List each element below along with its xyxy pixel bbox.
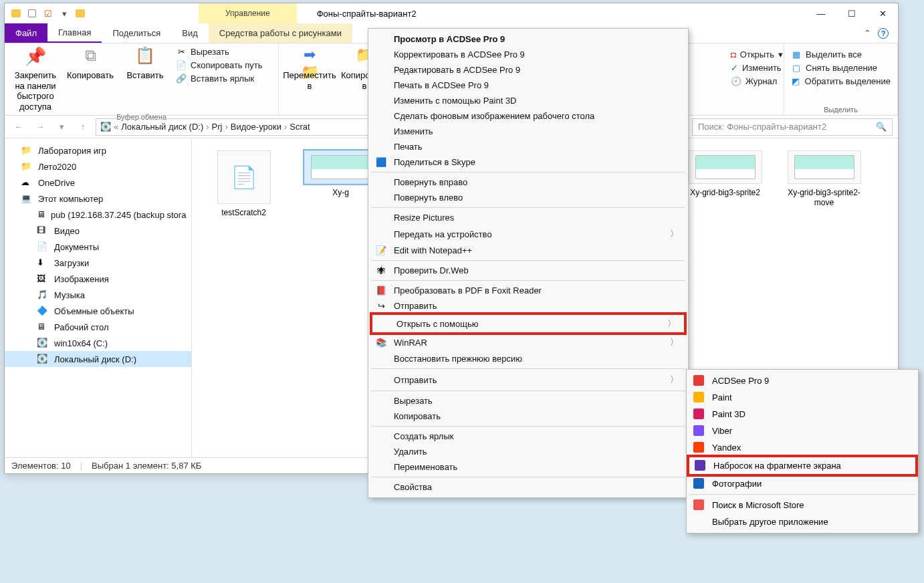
file-name: Xy-grid-big3-sprite2 — [690, 188, 760, 198]
checkbox-icon[interactable]: ☑ — [42, 7, 54, 19]
navigation-tree[interactable]: 📁Лаборатория игр📁Лето2020☁OneDrive💻Этот … — [5, 138, 192, 457]
submenu-item[interactable]: ACDSee Pro 9 — [688, 372, 917, 389]
open-label: Открыть — [740, 49, 774, 60]
open-dropdown[interactable]: ◘Открыть ▾ — [731, 49, 777, 60]
file-thumb — [689, 150, 762, 184]
submenu-item[interactable]: Yandex — [688, 439, 917, 456]
context-item[interactable]: Создать ярлык — [370, 429, 687, 444]
tree-item[interactable]: 🖼Изображения — [5, 271, 191, 287]
tree-item[interactable]: 🖥Рабочий стол — [5, 319, 191, 335]
chevron-up-icon[interactable]: ⌃ — [864, 28, 871, 38]
context-item[interactable]: Изменить — [370, 124, 687, 139]
paste-button[interactable]: 📋 Вставить — [121, 46, 169, 81]
context-item[interactable]: Копировать — [370, 409, 687, 424]
tree-item[interactable]: 📁Лаборатория игр — [5, 142, 191, 158]
context-menu[interactable]: Просмотр в ACDSee Pro 9Корректировать в … — [368, 28, 689, 498]
submenu-item[interactable]: Paint 3D — [688, 406, 917, 423]
tab-file[interactable]: Файл — [5, 23, 47, 43]
maximize-button[interactable]: ☐ — [836, 3, 867, 23]
submenu-item[interactable]: Выбрать другое приложение — [688, 513, 917, 530]
up-button[interactable]: ↑ — [74, 118, 92, 136]
context-item[interactable]: Восстановить прежнюю версию — [370, 351, 687, 366]
invert-button[interactable]: ◩Обратить выделение — [791, 76, 891, 86]
edit-button[interactable]: ✓Изменить — [731, 62, 777, 73]
tree-item[interactable]: 💽win10x64 (C:) — [5, 335, 191, 351]
context-item[interactable]: Повернуть влево — [370, 190, 687, 205]
recent-dropdown[interactable]: ▾ — [53, 118, 70, 136]
npp-icon: 📝 — [375, 245, 387, 257]
context-item[interactable]: 🕷Проверить Dr.Web — [370, 263, 687, 278]
cut-button[interactable]: ✂Вырезать — [176, 46, 263, 57]
breadcrumb-2[interactable]: Видое-уроки — [231, 122, 281, 132]
search-placeholder: Поиск: Фоны-спрайты-вариант2 — [698, 122, 826, 132]
file-item[interactable]: Xy-grid-big3-sprite2-move — [779, 150, 869, 208]
qat-dropdown-icon[interactable]: ▾ — [58, 7, 70, 19]
context-item[interactable]: Повернуть вправо — [370, 174, 687, 190]
context-item[interactable]: Resize Pictures — [370, 210, 687, 225]
move-to-button[interactable]: ➡📁 Переместить в — [285, 46, 334, 91]
breadcrumb-3[interactable]: Scrat — [290, 122, 310, 132]
context-item[interactable]: Вырезать — [370, 393, 687, 409]
copy-button[interactable]: ⧉ Копировать — [66, 46, 114, 81]
pin-to-quick-access-button[interactable]: 📌 Закрепить на панели быстрого доступа — [11, 46, 60, 112]
context-item[interactable]: Отправить〉 — [370, 371, 687, 388]
help-icon[interactable]: ? — [878, 28, 889, 39]
context-item[interactable]: 📚WinRAR〉 — [370, 334, 687, 351]
tree-item[interactable]: 🖥pub (192.168.37.245 (backup stora — [5, 207, 191, 223]
tree-item[interactable]: 💻Этот компьютер — [5, 191, 191, 207]
tree-item[interactable]: 💽Локальный диск (D:) — [5, 351, 191, 367]
context-item[interactable]: ↪Отправить — [370, 298, 687, 314]
context-item[interactable]: Удалить — [370, 444, 687, 459]
minimize-button[interactable]: — — [806, 3, 836, 23]
context-item[interactable]: Печать в ACDSee Pro 9 — [370, 78, 687, 93]
back-button[interactable]: ← — [10, 118, 27, 136]
context-item[interactable]: 🟦Поделиться в Skype — [370, 154, 687, 170]
status-count: Элементов: 10 — [11, 461, 71, 471]
tree-item[interactable]: 📄Документы — [5, 239, 191, 255]
tab-picture-tools[interactable]: Средства работы с рисунками — [209, 23, 352, 43]
context-item[interactable]: Редактировать в ACDSee Pro 9 — [370, 62, 687, 78]
copy-path-button[interactable]: 📄Скопировать путь — [176, 60, 263, 70]
file-item[interactable]: Xy-grid-big3-sprite2 — [680, 150, 770, 198]
deselect-button[interactable]: ▢Снять выделение — [791, 62, 891, 73]
breadcrumb-1[interactable]: Prj — [212, 122, 223, 132]
context-item[interactable]: Просмотр в ACDSee Pro 9 — [370, 31, 687, 47]
save-icon[interactable] — [26, 7, 38, 19]
tree-item[interactable]: ☁OneDrive — [5, 174, 191, 191]
submenu-item[interactable]: Paint — [688, 389, 917, 406]
paste-shortcut-button[interactable]: 🔗Вставить ярлык — [176, 73, 263, 84]
chevron-right-icon: 〉 — [670, 228, 679, 240]
context-item[interactable]: 📕Преобразовать в PDF в Foxit Reader — [370, 283, 687, 298]
file-item[interactable]: 📄testScratch2 — [199, 150, 289, 218]
context-item[interactable]: Свойства — [370, 479, 687, 495]
submenu-item[interactable]: Поиск в Microsoft Store — [688, 497, 917, 513]
context-item[interactable]: Изменить с помощью Paint 3D — [370, 93, 687, 108]
history-button[interactable]: 🕘Журнал — [731, 76, 777, 86]
forward-button[interactable]: → — [31, 118, 49, 136]
deselect-label: Снять выделение — [806, 63, 877, 73]
tab-home[interactable]: Главная — [47, 23, 102, 43]
open-with-submenu[interactable]: ACDSee Pro 9PaintPaint 3DViberYandexНабр… — [686, 369, 919, 534]
tab-view[interactable]: Вид — [171, 23, 209, 43]
context-item[interactable]: Переименовать — [370, 459, 687, 475]
tree-item[interactable]: 🎵Музыка — [5, 287, 191, 303]
submenu-item[interactable]: Viber — [688, 423, 917, 439]
select-all-button[interactable]: ▦Выделить все — [791, 49, 891, 60]
search-box[interactable]: Поиск: Фоны-спрайты-вариант2 🔍 — [692, 118, 893, 136]
context-item[interactable]: Открыть с помощью〉 — [372, 315, 684, 332]
tree-item[interactable]: 🎞Видео — [5, 223, 191, 239]
context-item[interactable]: Корректировать в ACDSee Pro 9 — [370, 47, 687, 62]
tab-share[interactable]: Поделиться — [102, 23, 171, 43]
close-button[interactable]: ✕ — [867, 3, 898, 23]
breadcrumb-0[interactable]: Локальный диск (D:) — [121, 122, 203, 132]
tree-item[interactable]: 🔷Объемные объекты — [5, 303, 191, 319]
context-item[interactable]: Передать на устройство〉 — [370, 225, 687, 243]
tree-item[interactable]: 📁Лето2020 — [5, 158, 191, 174]
context-item[interactable]: Сделать фоновым изображением рабочего ст… — [370, 108, 687, 124]
context-item[interactable]: Печать — [370, 139, 687, 154]
context-item-label: Передать на устройство — [394, 229, 492, 239]
tree-item[interactable]: ⬇Загрузки — [5, 255, 191, 271]
submenu-item[interactable]: Набросок на фрагменте экрана — [689, 457, 915, 474]
context-item[interactable]: 📝Edit with Notepad++ — [370, 243, 687, 258]
submenu-item[interactable]: Фотографии — [688, 475, 917, 492]
